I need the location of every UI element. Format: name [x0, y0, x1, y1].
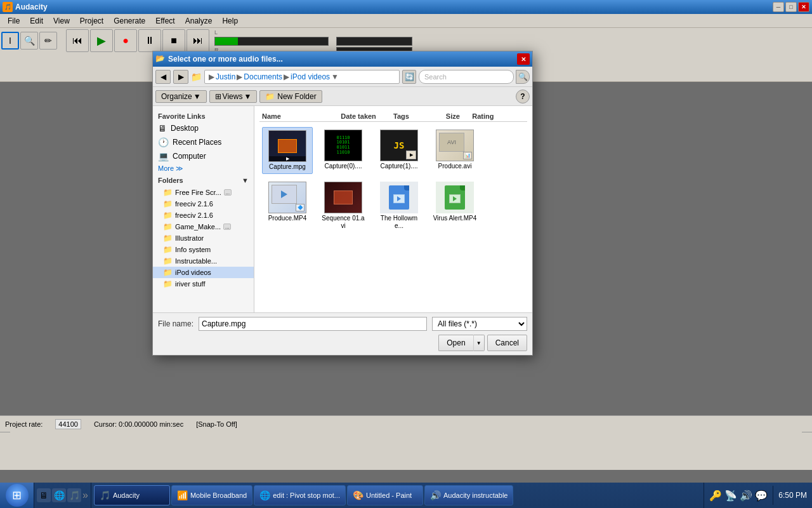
breadcrumb-documents[interactable]: Documents — [244, 72, 282, 81]
tray-icon-1[interactable]: 🔑 — [709, 490, 722, 502]
dialog-file-name-row: File name: All files (*.*) — [158, 317, 527, 331]
file-name-input[interactable] — [199, 317, 427, 331]
tray-icon-2[interactable]: 📡 — [724, 490, 737, 502]
menu-file[interactable]: File — [3, 15, 25, 27]
dialog-title-bar: 📂 Select one or more audio files... ✕ — [153, 51, 532, 67]
new-folder-button[interactable]: 📁 New Folder — [259, 90, 322, 103]
taskbar-mobile-broadband[interactable]: 📶 Mobile Broadband — [171, 485, 252, 505]
menu-edit[interactable]: Edit — [25, 15, 48, 27]
select-tool[interactable]: I — [1, 32, 19, 50]
menu-help[interactable]: Help — [217, 15, 243, 27]
sidebar-item-computer[interactable]: 💻 Computer — [153, 149, 254, 163]
nav-forward-button[interactable]: ▶ — [173, 70, 188, 84]
folder-freeciv-1[interactable]: 📁 freeciv 2.1.6 — [153, 198, 254, 210]
folder-freeciv-2[interactable]: 📁 freeciv 2.1.6 — [153, 210, 254, 221]
maximize-button[interactable]: □ — [785, 2, 797, 12]
file-name-virus-alert: Virus Alert.MP4 — [433, 215, 477, 222]
menu-effect[interactable]: Effect — [150, 15, 180, 27]
views-icon: ⊞ — [215, 92, 221, 101]
column-name[interactable]: Name — [262, 112, 341, 120]
folder-instructable[interactable]: 📁 Instructable... — [153, 255, 254, 267]
file-column-headers: Name Date taken Tags Size Rating — [259, 111, 527, 122]
folder-info-system[interactable]: 📁 Info system — [153, 244, 254, 255]
cancel-button[interactable]: Cancel — [487, 335, 527, 351]
menu-generate[interactable]: Generate — [108, 15, 150, 27]
skip-end-button[interactable]: ⏭ — [187, 29, 209, 52]
file-thumb-produce-mp4: 🔷 — [268, 182, 306, 213]
close-button[interactable]: ✕ — [798, 2, 809, 12]
browser-quick-button[interactable]: 🌐 — [52, 488, 66, 502]
column-date[interactable]: Date taken — [341, 112, 393, 120]
help-button[interactable]: ? — [516, 90, 530, 104]
taskbar-audacity-instructable[interactable]: 🔊 Audacity instructable — [424, 485, 514, 505]
organize-button[interactable]: Organize ▼ — [155, 90, 207, 103]
file-name-capture0: Capture(0).... — [325, 163, 362, 170]
dialog-sidebar: Favorite Links 🖥 Desktop 🕐 Recent Places… — [153, 106, 254, 312]
breadcrumb-justin[interactable]: Justin — [216, 72, 235, 81]
open-button[interactable]: Open — [438, 335, 473, 351]
file-hollowme[interactable]: The Hollowme... — [374, 179, 424, 232]
start-button[interactable]: ⊞ — [0, 483, 34, 508]
project-rate-value: 44100 — [55, 419, 81, 429]
taskbar-audacity[interactable]: 🎵 Audacity — [94, 485, 170, 505]
folders-title[interactable]: Folders ▼ — [153, 174, 254, 187]
draw-tool[interactable]: ✏ — [39, 32, 57, 50]
start-orb: ⊞ — [6, 484, 29, 507]
file-sequence01[interactable]: Sequence 01.avi — [318, 179, 369, 232]
dialog-close-button[interactable]: ✕ — [517, 53, 530, 65]
column-size[interactable]: Size — [446, 112, 472, 120]
folder-illustrator[interactable]: 📁 Illustrator — [153, 232, 254, 244]
breadcrumb-bar: ▶ Justin ▶ Documents ▶ iPod videos ▼ — [204, 70, 400, 84]
organize-label: Organize — [161, 92, 192, 101]
sidebar-more-link[interactable]: More ≫ — [153, 163, 254, 174]
tray-icon-4[interactable]: 💬 — [755, 490, 768, 502]
dialog-toolbar: Organize ▼ ⊞ Views ▼ 📁 New Folder ? — [153, 87, 532, 106]
sidebar-item-recent[interactable]: 🕐 Recent Places — [153, 135, 254, 149]
menu-view[interactable]: View — [48, 15, 75, 27]
record-button[interactable]: ● — [114, 29, 137, 52]
title-bar: 🎵 Audacity ─ □ ✕ — [0, 0, 812, 14]
skip-start-button[interactable]: ⏮ — [66, 29, 89, 52]
nav-back-button[interactable]: ◀ — [155, 70, 171, 84]
play-button[interactable]: ▶ — [90, 29, 113, 52]
stop-button[interactable]: ■ — [162, 29, 185, 52]
file-type-select[interactable]: All files (*.*) — [432, 317, 527, 331]
file-capture-mpg[interactable]: ▶ Capture.mpg — [262, 127, 313, 174]
file-thumb-capture1: JS ▶ — [380, 130, 418, 161]
folder-free-fire[interactable]: 📁 Free Fire Scr... … — [153, 187, 254, 198]
file-virus-alert[interactable]: Virus Alert.MP4 — [429, 179, 480, 232]
file-produce-mp4[interactable]: 🔷 Produce.MP4 — [262, 179, 313, 232]
folder-game-make[interactable]: 📁 Game_Make... … — [153, 221, 254, 232]
breadcrumb-arrow: ▶ — [209, 72, 214, 81]
folder-name: freeciv 2.1.6 — [175, 200, 213, 208]
search-placeholder: Search — [424, 73, 447, 81]
column-rating[interactable]: Rating — [472, 112, 525, 120]
taskbar-pivot[interactable]: 🌐 edit : Pivot stop mot... — [254, 485, 346, 505]
dialog-icon: 📂 — [155, 54, 166, 64]
file-capture1[interactable]: JS ▶ Capture(1).... — [374, 127, 424, 174]
taskbar-paint[interactable]: 🎨 Untitled - Paint — [347, 485, 423, 505]
zoom-tool[interactable]: 🔍 — [20, 32, 38, 50]
minimize-button[interactable]: ─ — [773, 2, 784, 12]
dialog-title: Select one or more audio files... — [168, 55, 517, 64]
views-button[interactable]: ⊞ Views ▼ — [209, 90, 258, 103]
refresh-button[interactable]: 🔄 — [402, 70, 416, 84]
tray-icon-3[interactable]: 🔊 — [740, 490, 752, 502]
column-tags[interactable]: Tags — [393, 112, 446, 120]
search-bar: Search — [419, 70, 514, 84]
quick-launch-bar: 🖥 🌐 🎵 » — [34, 483, 91, 508]
search-button[interactable]: 🔍 — [516, 70, 530, 84]
menu-analyze[interactable]: Analyze — [180, 15, 218, 27]
folder-iriver[interactable]: 📁 iriver stuff — [153, 278, 254, 290]
show-desktop-button[interactable]: 🖥 — [37, 488, 51, 502]
file-capture0[interactable]: 01110101010101111010 Capture(0).... — [318, 127, 369, 174]
sidebar-item-desktop[interactable]: 🖥 Desktop — [153, 121, 254, 135]
menu-project[interactable]: Project — [75, 15, 108, 27]
file-produce-avi[interactable]: AVI 📊 Produce.avi — [429, 127, 480, 174]
file-thumb-sequence01 — [324, 182, 362, 213]
media-quick-button[interactable]: 🎵 — [67, 488, 81, 502]
breadcrumb-ipod-videos[interactable]: iPod videos — [291, 72, 330, 81]
open-dropdown-button[interactable]: ▼ — [473, 335, 485, 351]
pause-button[interactable]: ⏸ — [138, 29, 161, 52]
folder-ipod-videos[interactable]: 📁 iPod videos — [153, 267, 254, 278]
